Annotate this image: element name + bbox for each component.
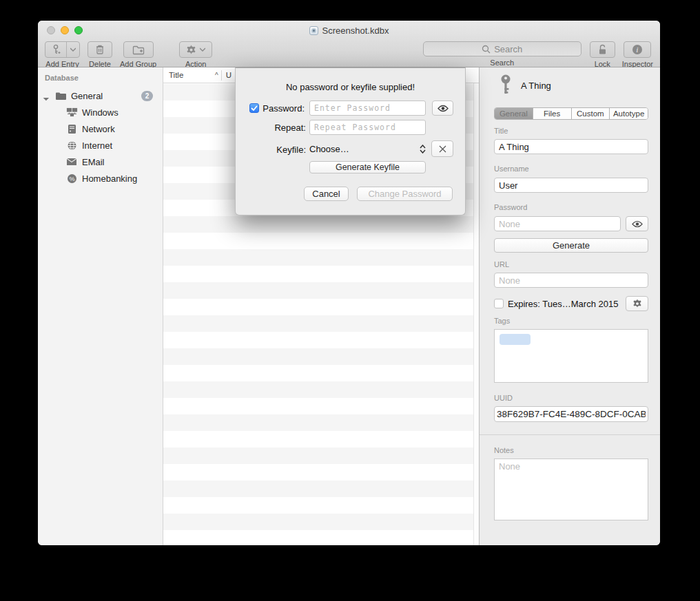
repeat-password-input[interactable]	[309, 120, 426, 135]
change-password-button[interactable]: Change Password	[357, 187, 453, 201]
sidebar-section-header: Database	[45, 74, 79, 82]
password-field[interactable]	[494, 216, 621, 231]
entry-count-badge: 2	[141, 91, 153, 101]
search-input[interactable]: Search	[423, 41, 581, 56]
generate-keyfile-button[interactable]: Generate Keyfile	[309, 161, 426, 173]
info-icon: i	[632, 44, 643, 55]
password-enabled-checkbox[interactable]	[249, 103, 259, 113]
gear-icon	[186, 45, 196, 55]
notes-label: Notes	[494, 446, 514, 454]
sidebar-item-label: Internet	[82, 140, 112, 151]
expires-settings-button[interactable]	[626, 296, 648, 311]
sidebar-item-label: Network	[82, 124, 115, 134]
sidebar-item-label: EMail	[82, 157, 105, 167]
toolbar: Add Entry Delete Add Group	[38, 40, 660, 67]
window-chrome: Screenshot.kdbx Add Entry	[38, 21, 660, 67]
title-label: Title	[494, 127, 508, 135]
tab-custom[interactable]: Custom	[572, 108, 610, 119]
title-field[interactable]	[494, 139, 648, 154]
inspector-button[interactable]: i	[624, 41, 651, 58]
popup-stepper-icon	[420, 145, 426, 154]
tags-field[interactable]	[494, 329, 648, 383]
sheet-message: No password or keyfile supplied!	[236, 82, 465, 92]
entry-title: A Thing	[521, 81, 551, 91]
search-icon	[482, 45, 491, 54]
notes-field[interactable]	[494, 458, 648, 520]
sidebar-item-homebanking[interactable]: % Homebanking	[38, 171, 163, 186]
url-label: URL	[494, 260, 509, 268]
disclosure-triangle-icon[interactable]	[43, 92, 52, 101]
table-scrollbar[interactable]	[473, 83, 479, 545]
tag-token[interactable]	[500, 334, 531, 345]
keyfile-popup[interactable]: Choose…	[309, 141, 426, 156]
lock-button[interactable]	[590, 41, 615, 58]
sidebar-item-email[interactable]: EMail	[38, 154, 163, 169]
globe-icon	[65, 140, 78, 151]
inspector-panel: A Thing General Files Custom Autotype Ti…	[479, 67, 660, 545]
sidebar: Database General 2 Windows	[38, 67, 163, 545]
uuid-field[interactable]	[494, 406, 648, 422]
window-title: Screenshot.kdbx	[322, 25, 389, 36]
keyfile-popup-value: Choose…	[309, 144, 349, 154]
sidebar-item-label: Windows	[82, 107, 119, 118]
add-entry-button[interactable]	[45, 41, 80, 58]
search-label: Search	[490, 59, 514, 67]
folder-plus-icon	[132, 45, 145, 55]
trash-icon	[95, 44, 105, 55]
add-entry-dropdown[interactable]	[66, 42, 79, 57]
svg-text:i: i	[637, 46, 639, 54]
username-field[interactable]	[494, 178, 648, 193]
change-password-sheet: No password or keyfile supplied! Passwor…	[235, 67, 466, 215]
url-field[interactable]	[494, 273, 648, 288]
tab-general[interactable]: General	[495, 108, 533, 119]
sidebar-item-general[interactable]: General 2	[38, 88, 163, 103]
chevron-down-icon	[200, 48, 205, 52]
sidebar-item-label: Homebanking	[82, 173, 137, 184]
delete-button[interactable]	[88, 41, 112, 58]
titlebar[interactable]: Screenshot.kdbx	[38, 21, 660, 40]
percent-circle-icon: %	[65, 173, 78, 184]
cancel-button[interactable]: Cancel	[304, 187, 349, 201]
search-placeholder: Search	[494, 44, 522, 54]
sidebar-item-label: General	[71, 91, 103, 101]
key-icon	[499, 74, 513, 96]
sidebar-item-network[interactable]: Network	[38, 121, 163, 136]
column-header-title[interactable]: Title	[163, 71, 215, 79]
envelope-icon	[65, 158, 78, 166]
column-header-username[interactable]: U	[226, 71, 231, 79]
expires-label: Expires: Tues…March 2015	[508, 299, 618, 309]
close-x-icon	[439, 145, 446, 153]
key-plus-icon[interactable]	[45, 42, 66, 57]
clear-keyfile-button[interactable]	[431, 140, 453, 157]
eye-icon	[632, 220, 643, 228]
folder-icon	[54, 91, 67, 101]
lock-open-icon	[597, 44, 608, 55]
sidebar-item-internet[interactable]: Internet	[38, 138, 163, 153]
svg-text:%: %	[69, 175, 74, 182]
sidebar-item-windows[interactable]: Windows	[38, 105, 163, 120]
keyfile-label: Keyfile:	[237, 145, 306, 155]
column-divider[interactable]	[221, 70, 222, 81]
check-icon	[251, 105, 258, 112]
uuid-label: UUID	[494, 394, 513, 402]
divider	[480, 434, 660, 435]
generate-password-button[interactable]: Generate	[494, 238, 648, 253]
tags-label: Tags	[494, 317, 510, 325]
inspector-tabs: General Files Custom Autotype	[494, 107, 648, 120]
password-label: Password	[494, 203, 527, 211]
password-label: Password:	[259, 103, 305, 114]
enter-password-input[interactable]	[309, 101, 426, 116]
add-group-button[interactable]	[123, 41, 154, 58]
tab-files[interactable]: Files	[533, 108, 572, 119]
action-button[interactable]	[179, 41, 212, 58]
expires-checkbox[interactable]	[494, 299, 504, 308]
sort-ascending-indicator: ^	[215, 72, 218, 79]
eye-icon	[438, 105, 449, 112]
gear-icon	[632, 299, 642, 308]
reveal-password-button[interactable]	[626, 216, 648, 231]
document-proxy-icon[interactable]	[309, 26, 318, 35]
username-label: Username	[494, 165, 529, 173]
reveal-password-button[interactable]	[432, 101, 453, 116]
app-window: Screenshot.kdbx Add Entry	[38, 21, 660, 545]
tab-autotype[interactable]: Autotype	[610, 108, 648, 119]
